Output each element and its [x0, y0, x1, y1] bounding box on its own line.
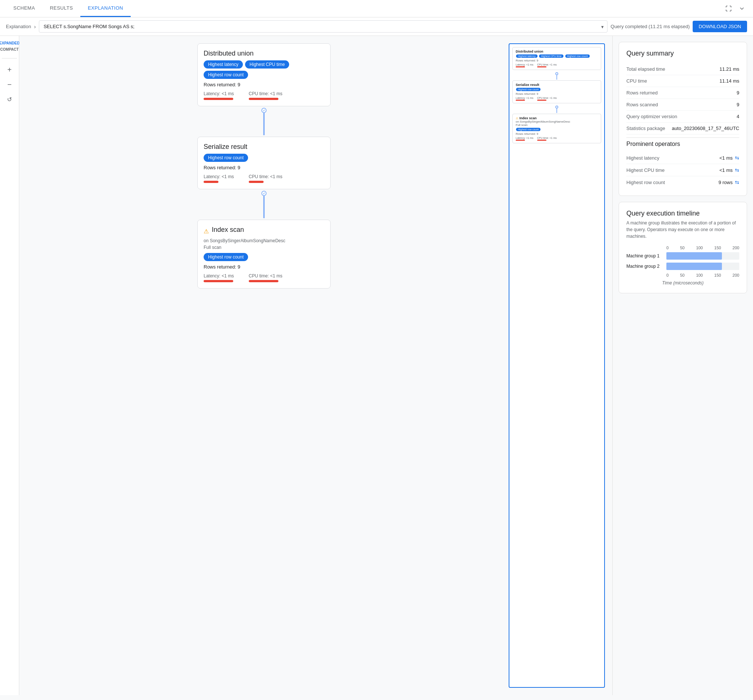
cpu-bar-0: [249, 98, 278, 100]
chart-label-0: Machine group 1: [627, 253, 663, 258]
chart-row-0: Machine group 1: [627, 252, 739, 259]
badge-highest-row-0: Highest row count: [204, 71, 248, 79]
mini-subtitle-2a: on SongsBySingerAlbumSongNameDesc: [516, 120, 598, 123]
mini-row-0: Rows returned: 9: [516, 59, 598, 62]
mini-node-title-0: Distributed union: [516, 50, 598, 53]
index-scan-title-row: ⚠ Index scan: [204, 226, 324, 237]
axis-top-1: 50: [680, 245, 684, 250]
link-icon-1[interactable]: ⇆: [735, 167, 739, 173]
mini-dot-2: [555, 106, 558, 108]
zoom-out-button[interactable]: −: [3, 78, 16, 91]
mini-row-1: Rows returned: 9: [516, 92, 598, 95]
badge-highest-latency-0: Highest latency: [204, 60, 243, 69]
summary-val-3: 9: [737, 102, 739, 108]
query-summary-title: Query summary: [627, 50, 739, 58]
mini-node-0: Distributed union Highest latency Highes…: [512, 47, 601, 70]
summary-key-4: Query optimizer version: [627, 114, 677, 119]
distributed-union-title: Distributed union: [204, 50, 324, 58]
cpu-label-2: CPU time: <1 ms: [249, 273, 282, 278]
tab-explanation[interactable]: EXPLANATION: [80, 0, 131, 17]
diagram-area: Distributed union Highest latency Highes…: [19, 36, 612, 695]
summary-key-5: Statistics package: [627, 125, 665, 131]
summary-key-1: CPU time: [627, 78, 647, 84]
summary-val-4: 4: [737, 114, 739, 119]
summary-val-1: 11.14 ms: [720, 78, 739, 84]
chart-label-1: Machine group 2: [627, 264, 663, 269]
link-icon-0[interactable]: ⇆: [735, 155, 739, 161]
cpu-bar-1: [249, 181, 263, 183]
prominent-row-0: Highest latency <1 ms ⇆: [627, 152, 739, 164]
axis-bottom-4: 200: [733, 273, 739, 277]
prominent-val-0: <1 ms ⇆: [719, 155, 739, 161]
query-select-wrapper: SELECT s.SongName FROM Songs AS s;: [39, 20, 608, 33]
mini-line-2: [557, 108, 557, 113]
mini-metrics-2: Latency: <1 ms CPU time: <1 ms: [516, 137, 598, 141]
mini-node-2: ⚠ Index scan on SongsBySingerAlbumSongNa…: [512, 114, 601, 143]
summary-row-3: Rows scanned 9: [627, 99, 739, 111]
distributed-union-badges: Highest latency Highest CPU time Highest…: [204, 60, 324, 79]
chevron-down-icon[interactable]: [737, 3, 747, 14]
badge-highest-row-2: Highest row count: [204, 253, 248, 261]
mini-subtitle-2b: Full scan: [516, 123, 598, 127]
node-distributed-union[interactable]: Distributed union Highest latency Highes…: [197, 43, 331, 106]
index-scan-badges: Highest row count: [204, 253, 324, 261]
node-serialize-result[interactable]: Serialize result Highest row count Rows …: [197, 137, 331, 189]
chart-bar-bg-0: [666, 252, 739, 259]
distributed-union-metrics: Latency: <1 ms CPU time: <1 ms: [204, 91, 324, 100]
summary-key-0: Total elapsed time: [627, 66, 665, 72]
summary-row-0: Total elapsed time 11.21 ms: [627, 63, 739, 75]
axis-top-4: 200: [733, 245, 739, 250]
query-bar: Explanation › SELECT s.SongName FROM Son…: [0, 17, 753, 36]
latency-label-2: Latency: <1 ms: [204, 273, 234, 278]
tab-results[interactable]: RESULTS: [42, 0, 81, 17]
mini-metrics-0: Latency: <1 ms CPU time: <1 ms: [516, 63, 598, 67]
index-scan-metrics: Latency: <1 ms CPU time: <1 ms: [204, 273, 324, 282]
metric-cpu-2: CPU time: <1 ms: [249, 273, 282, 282]
mini-latency-bar-0: [516, 66, 525, 67]
chart-area: 0 50 100 150 200 Machine group 1 Machine: [627, 245, 739, 286]
reset-button[interactable]: ↺: [3, 92, 16, 106]
prominent-key-0: Highest latency: [627, 155, 659, 161]
prominent-row-2: Highest row count 9 rows ⇆: [627, 176, 739, 188]
right-panel: Query summary Total elapsed time 11.21 m…: [612, 36, 753, 695]
summary-row-1: CPU time 11.14 ms: [627, 75, 739, 87]
warning-icon: ⚠: [204, 228, 209, 235]
index-scan-title: Index scan: [212, 226, 244, 234]
axis-bottom-1: 50: [680, 273, 684, 277]
connector-dot-1: ✓: [261, 108, 267, 113]
chart-row-1: Machine group 2: [627, 262, 739, 270]
zoom-in-button[interactable]: +: [3, 63, 16, 76]
breadcrumb-arrow: ›: [34, 24, 36, 30]
mini-latency-label-1: Latency: <1 ms: [516, 97, 533, 99]
chart-bar-fill-0: [666, 252, 722, 259]
prominent-val-2: 9 rows ⇆: [719, 179, 739, 185]
chart-axis-bottom: 0 50 100 150 200: [627, 273, 739, 277]
node-index-scan[interactable]: ⚠ Index scan on SongsBySingerAlbumSongNa…: [197, 220, 331, 289]
view-toggle: EXPANDED COMPACT: [0, 39, 21, 54]
latency-label-0: Latency: <1 ms: [204, 91, 234, 96]
summary-key-3: Rows scanned: [627, 102, 658, 108]
query-status: Query completed (11.21 ms elapsed): [611, 24, 690, 29]
fullscreen-icon[interactable]: [723, 3, 734, 14]
mini-badge-0-0: Highest latency: [516, 55, 538, 58]
mini-badge-2-0: Highest row count: [516, 128, 541, 131]
mini-cpu-label-2: CPU time: <1 ms: [537, 137, 557, 139]
expanded-view-btn[interactable]: EXPANDED: [0, 41, 21, 46]
latency-bar-1: [204, 181, 218, 183]
metric-cpu-1: CPU time: <1 ms: [249, 174, 282, 183]
mini-cpu-bar-0: [537, 66, 546, 67]
link-icon-2[interactable]: ⇆: [735, 179, 739, 185]
mini-badge-0-2: Highest row count: [565, 55, 590, 58]
timeline-title: Query execution timeline: [627, 209, 739, 217]
compact-view-btn[interactable]: COMPACT: [0, 47, 20, 52]
tab-schema[interactable]: SCHEMA: [6, 0, 42, 17]
query-select[interactable]: SELECT s.SongName FROM Songs AS s;: [39, 20, 608, 33]
metric-latency-0: Latency: <1 ms: [204, 91, 234, 100]
mini-latency-bar-1: [516, 100, 525, 101]
cpu-bar-2: [249, 280, 278, 282]
prominent-row-1: Highest CPU time <1 ms ⇆: [627, 164, 739, 176]
summary-val-2: 9: [737, 90, 739, 95]
prominent-val-text-2: 9 rows: [719, 180, 733, 185]
mini-line-1: [557, 75, 557, 80]
download-json-button[interactable]: DOWNLOAD JSON: [693, 21, 747, 32]
